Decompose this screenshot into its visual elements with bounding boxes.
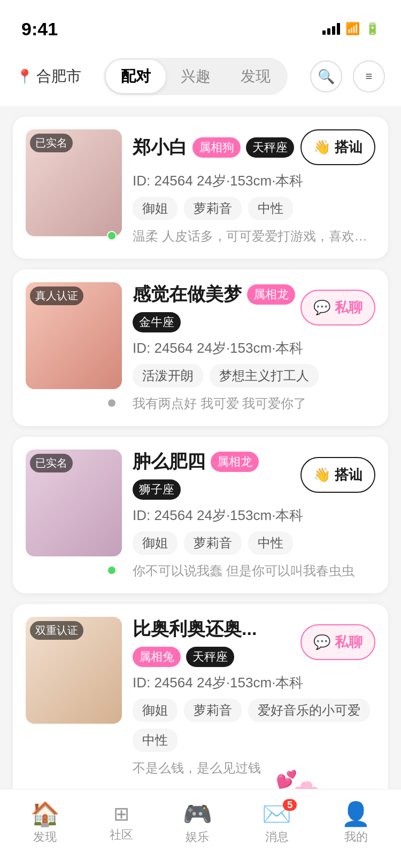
nav-header: 📍 合肥市 配对 兴趣 发现 🔍 ≡ [0, 47, 401, 106]
search-button[interactable]: 🔍 [310, 60, 342, 92]
online-indicator-3 [107, 565, 117, 575]
chat-label-2: 私聊 [335, 298, 363, 317]
status-bar: 9:41 📶 🔋 [0, 0, 401, 47]
chat-button-4[interactable]: 💬 私聊 [300, 624, 375, 660]
nav-label-entertainment: 娱乐 [186, 829, 209, 845]
avatar-badge-2: 真人认证 [30, 286, 83, 305]
card-header-1: 郑小白 属相狗 天秤座 👋 搭讪 [133, 129, 375, 165]
message-badge: 5 [283, 799, 297, 811]
filter-button[interactable]: ≡ [353, 60, 385, 92]
tag-item: 活泼开朗 [133, 364, 203, 387]
user-desc-1: 温柔 人皮话多，可可爱爱打游戏，喜欢喝可乐，喜欢喝... [133, 227, 375, 246]
tag-item: 萝莉音 [184, 197, 242, 220]
heart-icon: 💕 [276, 769, 297, 789]
zodiac-star-tag-4: 天秤座 [186, 647, 234, 667]
entertainment-icon: 🎮 [183, 802, 212, 826]
name-tags-3: 肿么肥四 属相龙 狮子座 [133, 449, 295, 500]
signal-icon [322, 23, 340, 35]
user-card-3: 已实名 肿么肥四 属相龙 狮子座 👋 搭讪 ID: 24564 24岁·153c… [13, 437, 388, 593]
card-header-4: 比奥利奥还奥... 属相兔 天秤座 💬 私聊 [133, 617, 375, 667]
zodiac-star-tag-2: 金牛座 [133, 312, 181, 332]
tab-match[interactable]: 配对 [106, 60, 166, 93]
card-header-2: 感觉在做美梦 属相龙 金牛座 💬 私聊 [133, 282, 375, 332]
zodiac-animal-tag-4: 属相兔 [133, 647, 181, 667]
tag-item: 萝莉音 [184, 699, 242, 722]
location-icon: 📍 [16, 68, 33, 85]
message-icon: ✉️ 5 [262, 802, 291, 826]
nav-label-discover: 发现 [33, 829, 57, 845]
user-info-4: ID: 24564 24岁·153cm·本科 [133, 673, 375, 692]
name-tags-1: 郑小白 属相狗 天秤座 [133, 135, 295, 160]
user-desc-4: 不是么钱，是么见过钱 [133, 758, 375, 778]
user-card-2: 真人认证 感觉在做美梦 属相龙 金牛座 💬 私聊 ID: 24564 24岁·1… [13, 269, 388, 426]
tag-item: 爱好音乐的小可爱 [248, 699, 370, 722]
avatar-badge-4: 双重认证 [30, 621, 83, 640]
tag-item: 御姐 [133, 197, 178, 220]
tab-group: 配对 兴趣 发现 [104, 58, 288, 95]
online-indicator-1 [107, 231, 117, 241]
avatar-wrap-3: 已实名 [26, 449, 122, 580]
location-label: 合肥市 [36, 66, 81, 87]
nav-actions: 🔍 ≡ [310, 60, 385, 92]
user-list: 已实名 郑小白 属相狗 天秤座 👋 搭讪 ID: 24564 24岁·153cm… [0, 106, 401, 868]
status-icons: 📶 🔋 [322, 22, 380, 36]
name-tags-4: 比奥利奥还奥... 属相兔 天秤座 [133, 617, 295, 667]
tab-discover[interactable]: 发现 [226, 60, 286, 93]
user-info-3: ID: 24564 24岁·153cm·本科 [133, 506, 375, 525]
tab-interest[interactable]: 兴趣 [166, 60, 226, 93]
user-desc-2: 我有两点好 我可爱 我可爱你了 [133, 394, 375, 413]
chat-icon-4: 💬 [313, 634, 330, 650]
name-tags-2: 感觉在做美梦 属相龙 金牛座 [133, 282, 295, 332]
location-button[interactable]: 📍 合肥市 [16, 66, 81, 87]
wifi-icon: 📶 [345, 22, 360, 36]
zodiac-animal-tag-1: 属相狗 [192, 137, 241, 158]
chat-icon-2: 💬 [313, 299, 330, 316]
profile-icon: 👤 [341, 802, 371, 826]
nav-item-entertainment[interactable]: 🎮 娱乐 [183, 802, 212, 845]
home-icon: 🏠 [30, 802, 60, 826]
wave-button-1[interactable]: 👋 搭讪 [300, 129, 375, 165]
nav-label-profile: 我的 [344, 829, 368, 845]
chat-label-4: 私聊 [335, 633, 363, 652]
user-tags-2: 活泼开朗 梦想主义打工人 [133, 364, 375, 387]
user-card-1: 已实名 郑小白 属相狗 天秤座 👋 搭讪 ID: 24564 24岁·153cm… [13, 117, 388, 259]
avatar-wrap-1: 已实名 [26, 129, 122, 246]
status-time: 9:41 [21, 19, 58, 40]
online-indicator-2 [107, 398, 117, 408]
zodiac-star-tag-1: 天秤座 [246, 137, 294, 158]
user-info-1: ID: 24564 24岁·153cm·本科 [133, 172, 375, 190]
zodiac-animal-tag-3: 属相龙 [211, 452, 259, 472]
avatar-badge-1: 已实名 [30, 134, 73, 152]
card-body-3: 肿么肥四 属相龙 狮子座 👋 搭讪 ID: 24564 24岁·153cm·本科… [133, 449, 375, 580]
user-name-3: 肿么肥四 [133, 449, 205, 474]
user-tags-3: 御姐 萝莉音 中性 [133, 531, 375, 555]
user-tags-4: 御姐 萝莉音 爱好音乐的小可爱 中性 [133, 699, 375, 752]
card-body-2: 感觉在做美梦 属相龙 金牛座 💬 私聊 ID: 24564 24岁·153cm·… [133, 282, 375, 413]
card-header-3: 肿么肥四 属相龙 狮子座 👋 搭讪 [133, 449, 375, 500]
user-tags-1: 御姐 萝莉音 中性 [133, 197, 375, 220]
zodiac-star-tag-3: 狮子座 [133, 479, 181, 500]
tag-item: 御姐 [133, 531, 178, 555]
user-name-1: 郑小白 [133, 135, 187, 160]
community-icon: ⊞ [113, 804, 129, 824]
avatar-wrap-2: 真人认证 [26, 282, 122, 413]
user-name-2: 感觉在做美梦 [133, 282, 242, 307]
avatar-badge-3: 已实名 [30, 454, 73, 472]
tag-item: 中性 [248, 197, 293, 220]
zodiac-animal-tag-2: 属相龙 [247, 284, 295, 305]
battery-icon: 🔋 [365, 22, 380, 36]
user-info-2: ID: 24564 24岁·153cm·本科 [133, 339, 375, 358]
nav-item-community[interactable]: ⊞ 社区 [110, 804, 133, 843]
wave-button-3[interactable]: 👋 搭讪 [300, 457, 375, 493]
tag-item: 中性 [248, 531, 293, 555]
tag-item: 梦想主义打工人 [210, 364, 319, 387]
nav-label-message: 消息 [265, 829, 289, 845]
nav-item-profile[interactable]: 👤 我的 [341, 802, 371, 845]
nav-item-message[interactable]: ✉️ 5 消息 [262, 802, 291, 845]
bottom-nav: 🏠 发现 ⊞ 社区 🎮 娱乐 ✉️ 5 消息 👤 我的 [0, 789, 401, 868]
nav-item-discover[interactable]: 🏠 发现 [30, 802, 60, 845]
tag-item: 中性 [133, 728, 178, 752]
chat-button-2[interactable]: 💬 私聊 [300, 290, 375, 326]
card-body-1: 郑小白 属相狗 天秤座 👋 搭讪 ID: 24564 24岁·153cm·本科 … [133, 129, 375, 246]
wave-icon-1: 👋 [313, 139, 330, 156]
